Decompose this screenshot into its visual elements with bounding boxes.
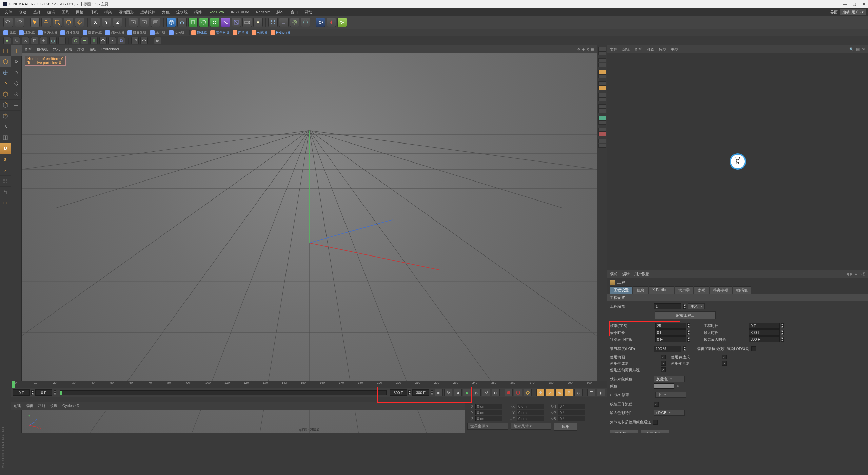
menu-script[interactable]: 脚本	[274, 10, 287, 15]
om-eye-icon[interactable]: 👁	[862, 47, 865, 52]
vp-nav-toggle-icon[interactable]: ▦	[591, 47, 594, 52]
environment-button[interactable]	[232, 18, 241, 27]
xp-tool-16[interactable]: fx	[154, 37, 161, 44]
coord-p-input[interactable]	[558, 410, 585, 415]
palette-capsule[interactable]: 胶囊体域	[133, 30, 146, 35]
vp-strip-1[interactable]	[597, 45, 607, 56]
prev-min-input[interactable]	[655, 336, 686, 342]
menu-redshift[interactable]: Redshift	[253, 10, 272, 14]
menu-plugins[interactable]: 插件	[192, 10, 204, 15]
tab-todo[interactable]: 待办事项	[710, 286, 732, 294]
use-def-checkbox[interactable]: ✓	[722, 361, 727, 366]
mm-menu-function[interactable]: 功能	[38, 403, 45, 408]
x-axis-toggle[interactable]: X	[91, 18, 100, 27]
min-input[interactable]	[655, 329, 686, 336]
xp-tool-12[interactable]	[108, 37, 116, 44]
menu-character[interactable]: 角色	[159, 10, 172, 15]
xp-tool-11[interactable]	[99, 37, 107, 44]
xp-tool-8[interactable]	[72, 37, 79, 44]
rotate-button[interactable]	[64, 18, 73, 27]
render-view-button[interactable]	[129, 18, 138, 27]
coord-y-input[interactable]	[475, 410, 502, 415]
make-editable-button[interactable]	[0, 45, 11, 56]
undo-button[interactable]	[3, 18, 13, 27]
goto-start-button[interactable]: ⏮	[435, 389, 443, 396]
range-end-spinner[interactable]: ▲▼	[408, 390, 411, 395]
vp-strip-4[interactable]	[597, 80, 607, 91]
save-preset-button[interactable]: 保存预设...	[641, 430, 669, 433]
menu-mograph[interactable]: 运动图形	[116, 10, 136, 15]
lasso-tool-button[interactable]	[11, 67, 22, 78]
z-axis-toggle[interactable]: Z	[113, 18, 122, 27]
volume-button[interactable]	[279, 18, 289, 27]
lod-input[interactable]	[654, 346, 681, 352]
coord-sz-input[interactable]	[517, 416, 544, 421]
am-nav-fwd-icon[interactable]: ▶	[850, 272, 853, 276]
start-frame-input[interactable]	[35, 390, 52, 396]
prev-max-spinner[interactable]: ▲▼	[781, 337, 784, 342]
move-button[interactable]	[41, 18, 51, 27]
am-nav-up-icon[interactable]: ▲	[854, 272, 858, 276]
locked-workplane-button[interactable]	[0, 187, 11, 197]
vp-strip-7[interactable]	[597, 115, 607, 126]
min-spinner[interactable]: ▲▼	[687, 330, 691, 335]
xp-tool-14[interactable]	[131, 37, 139, 44]
am-menu-userdata[interactable]: 用户数据	[634, 271, 649, 277]
key-scale-button[interactable]: ⤢	[546, 389, 554, 396]
vp-menu-prorender[interactable]: ProRender	[101, 47, 119, 52]
vp-menu-options[interactable]: 选项	[65, 47, 72, 52]
vp-menu-camera[interactable]: 摄像机	[37, 47, 48, 52]
polygon-mode-button[interactable]	[0, 111, 11, 121]
play-backward-button[interactable]: ◀	[454, 389, 462, 396]
coord-mode1-dropdown[interactable]: 世界坐标 ▾	[467, 423, 508, 430]
am-nav-lock-icon[interactable]: ⎘	[863, 272, 865, 276]
use-anim-checkbox[interactable]: ✓	[661, 355, 666, 359]
xp-tool-9[interactable]	[81, 37, 88, 44]
palette-torus[interactable]: 圆环体域	[111, 30, 124, 35]
menu-create[interactable]: 创建	[16, 10, 29, 15]
am-nav-home-icon[interactable]: ⌂	[859, 272, 862, 276]
playhead[interactable]	[12, 381, 15, 388]
loop-button[interactable]: ↻	[444, 389, 452, 396]
redshift-button[interactable]	[327, 18, 336, 27]
load-preset-button[interactable]: 载入预设...	[610, 430, 638, 433]
vp-strip-8[interactable]	[597, 126, 607, 137]
vp-nav-rotate-icon[interactable]: ⟲	[586, 47, 589, 52]
xparticles-button[interactable]	[337, 18, 347, 27]
om-menu-tags[interactable]: 标签	[659, 47, 666, 52]
tab-dynamics[interactable]: 动力学	[675, 286, 693, 294]
viewport-solo-button[interactable]	[0, 132, 11, 143]
menu-mesh[interactable]: 网格	[73, 10, 86, 15]
workplane-mode-button[interactable]	[0, 78, 11, 89]
range-end-input[interactable]	[390, 390, 407, 396]
snap-enable-button[interactable]	[0, 143, 11, 154]
array-button[interactable]	[210, 18, 219, 27]
vp-strip-5[interactable]	[597, 92, 607, 102]
menu-file[interactable]: 文件	[2, 10, 15, 15]
palette-group[interactable]: 域域	[9, 30, 16, 35]
key-rot-button[interactable]: ⟲	[555, 389, 564, 396]
vp-strip-6[interactable]	[597, 103, 607, 114]
prev-min-spinner[interactable]: ▲▼	[687, 337, 691, 342]
magnet-tool-button[interactable]	[11, 89, 22, 100]
edge-mode-button[interactable]	[0, 100, 11, 111]
xp-tool-6[interactable]	[49, 37, 57, 44]
am-menu-edit[interactable]: 编辑	[622, 271, 630, 277]
cube-primitive-button[interactable]	[166, 18, 176, 27]
duration-spinner[interactable]: ▲▼	[781, 323, 784, 328]
om-menu-view[interactable]: 查看	[634, 47, 642, 52]
viewport-canvas[interactable]: Number of emitters: 0 Total live particl…	[22, 53, 597, 433]
scale-project-button[interactable]: 缩放工程...	[655, 311, 716, 319]
tab-xparticles[interactable]: X-Particles	[649, 286, 674, 294]
om-filter-icon[interactable]: ▤	[856, 47, 860, 52]
coord-sx-input[interactable]	[517, 404, 544, 409]
keyframe-button[interactable]	[524, 389, 532, 396]
use-motion-checkbox[interactable]: ✓	[661, 367, 666, 372]
mm-menu-texture[interactable]: 纹理	[50, 403, 58, 408]
duration-input[interactable]	[749, 323, 780, 329]
autokey-button[interactable]	[514, 389, 522, 396]
xp-tool-4[interactable]	[31, 37, 38, 44]
palette-linear[interactable]: 线性域	[155, 30, 165, 35]
start-frame-spinner[interactable]: ▲▼	[54, 390, 56, 395]
clip-dropdown[interactable]: 中	[655, 392, 686, 398]
